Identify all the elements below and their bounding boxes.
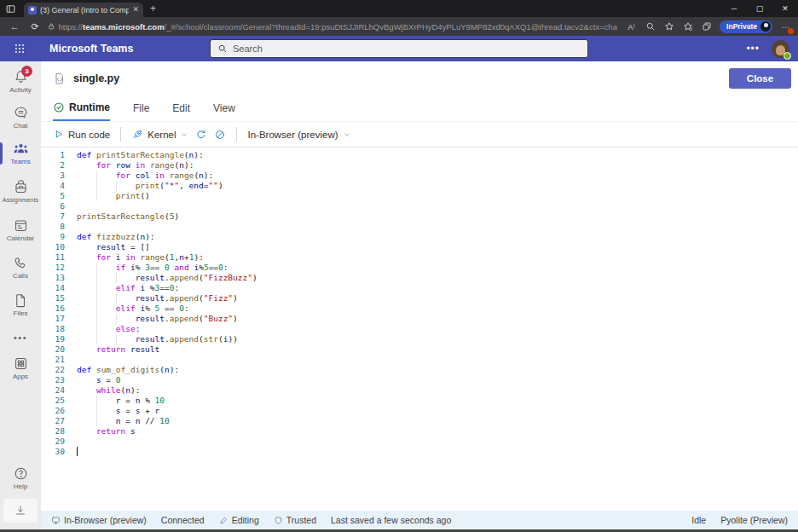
filename: single.py [73, 72, 119, 84]
code-line[interactable]: 30 [41, 447, 798, 457]
code-text: for i in range(1,n+1): [65, 252, 204, 263]
code-text: return result [65, 344, 159, 355]
code-line[interactable]: 18 else: [41, 324, 798, 334]
run-code-button[interactable]: Run code [53, 129, 110, 140]
kernel-dropdown[interactable]: Kernel [131, 129, 188, 141]
tab-close-icon[interactable]: ✕ [132, 6, 139, 14]
code-line[interactable]: 7printStarRectangle(5) [41, 211, 798, 222]
sidebar-item-activity[interactable]: Activity 3 [0, 66, 41, 97]
play-icon [53, 129, 64, 140]
status-last-saved: Last saved a few seconds ago [331, 515, 451, 525]
browser-menu-icon[interactable]: ⋯ [780, 21, 791, 32]
code-line[interactable]: 6 [41, 201, 798, 211]
code-line[interactable]: 12 if i% 3== 0 and i%5==0: [41, 263, 798, 273]
code-text: result.append("FizzBuzz") [65, 273, 257, 283]
sidebar-item-files[interactable]: Files [0, 289, 41, 321]
maximize-button[interactable]: ▢ [747, 0, 772, 16]
code-line[interactable]: 3 for col in range(n): [41, 171, 798, 181]
code-line[interactable]: 19 result.append(str(i)) [41, 334, 798, 344]
teams-people-icon [13, 141, 29, 157]
back-icon[interactable]: ← [7, 21, 22, 32]
code-line[interactable]: 21 [41, 355, 798, 365]
line-number: 23 [41, 375, 65, 385]
sidebar-item-assignments[interactable]: Assignments [0, 176, 41, 207]
line-number: 25 [41, 396, 65, 406]
search-input[interactable]: Search [210, 39, 588, 58]
code-line[interactable]: 15 result.append("Fizz") [41, 293, 798, 304]
menu-view[interactable]: View [213, 95, 235, 121]
address-bar[interactable]: https://teams.microsoft.com/_#/school/cl… [48, 20, 617, 33]
code-line[interactable]: 11 for i in range(1,n+1): [41, 252, 798, 263]
pencil-icon [219, 516, 228, 525]
line-number: 12 [41, 263, 65, 273]
sidebar-more-icon[interactable]: ••• [14, 326, 27, 344]
new-tab-button[interactable]: + [143, 3, 163, 14]
menu-runtime[interactable]: Runtime [53, 95, 110, 121]
code-line[interactable]: 5 print() [41, 191, 798, 201]
code-line[interactable]: 20 return result [41, 344, 798, 355]
line-number: 30 [41, 447, 65, 457]
inprivate-badge[interactable]: InPrivate [720, 20, 772, 33]
sidebar-item-teams[interactable]: Teams [0, 137, 41, 169]
read-aloud-icon[interactable]: A⁾ [626, 21, 637, 32]
sidebar-item-calendar[interactable]: Calendar [0, 214, 41, 246]
block-icon [214, 129, 226, 141]
browser-tab[interactable]: (3) General (Intro to Computer S ✕ [24, 3, 143, 17]
sidebar-item-help[interactable]: Help [0, 462, 41, 494]
code-line[interactable]: 10 result = [] [41, 242, 798, 252]
text-cursor [77, 447, 78, 456]
line-number: 5 [41, 191, 65, 201]
code-text [65, 222, 77, 232]
code-text [65, 437, 77, 447]
search-page-icon[interactable] [645, 21, 656, 32]
browser-essentials-icon[interactable] [701, 21, 712, 32]
toolbar: Run code Kernel In-Browser (preview) [41, 122, 798, 147]
code-line[interactable]: 29 [41, 437, 798, 447]
sidebar-item-chat[interactable]: Chat [0, 101, 41, 133]
code-line[interactable]: 1def printStarRectangle(n): [41, 150, 798, 160]
code-line[interactable]: 17 result.append("Buzz") [41, 314, 798, 324]
lock-icon [48, 22, 55, 31]
code-line[interactable]: 4 print("*", end="") [41, 181, 798, 191]
menu-edit[interactable]: Edit [172, 95, 190, 121]
teams-more-icon[interactable]: ••• [746, 43, 760, 55]
code-line[interactable]: 13 result.append("FizzBuzz") [41, 273, 798, 283]
workspace-icon[interactable] [0, 0, 20, 17]
code-text: if i% 3== 0 and i%5==0: [65, 263, 228, 273]
backpack-icon [13, 179, 29, 195]
runtime-select[interactable]: In-Browser (preview) [247, 130, 350, 140]
status-trusted: Trusted [274, 515, 316, 525]
code-line[interactable]: 27 n = n // 10 [41, 416, 798, 426]
close-window-button[interactable]: ✕ [772, 0, 798, 16]
code-line[interactable]: 22def sum_of_digits(n): [41, 365, 798, 375]
minimize-button[interactable]: ─ [721, 0, 747, 16]
user-avatar[interactable] [772, 40, 789, 58]
favorites-icon[interactable] [663, 21, 674, 32]
download-app-button[interactable] [3, 499, 38, 523]
code-line[interactable]: 28 return s [41, 426, 798, 437]
code-line[interactable]: 2 for row in range(n): [41, 160, 798, 171]
code-text [65, 355, 77, 365]
code-line[interactable]: 14 elif i %3==0: [41, 283, 798, 293]
refresh-icon[interactable]: ⟳ [27, 21, 43, 32]
menu-file[interactable]: File [133, 95, 149, 121]
code-line[interactable]: 9def fizzbuzz(n): [41, 232, 798, 242]
browser-tab-strip: (3) General (Intro to Computer S ✕ + ─ ▢… [0, 0, 798, 17]
code-line[interactable]: 8 [41, 222, 798, 232]
line-number: 26 [41, 406, 65, 416]
sidebar-item-calls[interactable]: Calls [0, 252, 41, 283]
code-line[interactable]: 23 s = 0 [41, 375, 798, 385]
hub-icon[interactable] [682, 21, 693, 32]
interrupt-kernel-button[interactable] [214, 129, 226, 141]
sidebar-item-apps[interactable]: Apps [0, 352, 41, 384]
code-line[interactable]: 16 elif i% 5 == 0: [41, 304, 798, 314]
line-number: 10 [41, 242, 65, 252]
code-line[interactable]: 26 s = s + r [41, 406, 798, 416]
code-line[interactable]: 25 r = n % 10 [41, 396, 798, 406]
waffle-icon[interactable] [0, 43, 39, 55]
line-number: 17 [41, 314, 65, 324]
restart-kernel-button[interactable] [195, 129, 207, 141]
code-editor[interactable]: 1def printStarRectangle(n):2 for row in … [41, 147, 798, 511]
code-line[interactable]: 24 while(n): [41, 385, 798, 396]
close-button[interactable]: Close [729, 68, 791, 89]
